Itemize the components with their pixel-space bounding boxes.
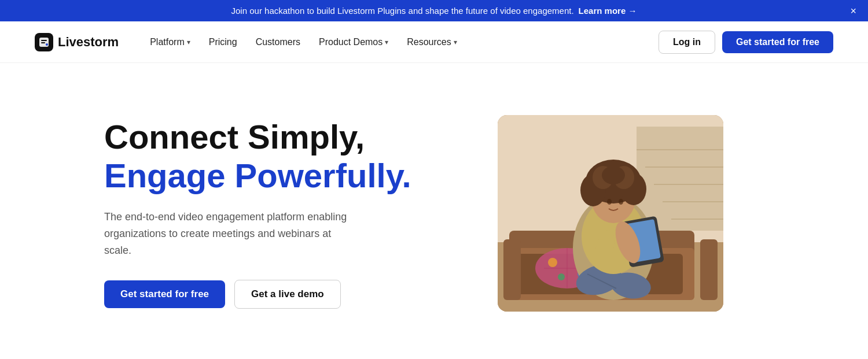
svg-rect-1 bbox=[41, 40, 47, 41]
announcement-banner: Join our hackathon to build Livestorm Pl… bbox=[0, 0, 868, 21]
svg-rect-18 bbox=[700, 239, 718, 300]
hero-title: Connect Simply, Engage Powerfully. bbox=[104, 118, 451, 195]
nav-item-pricing[interactable]: Pricing bbox=[201, 32, 245, 52]
svg-rect-17 bbox=[503, 239, 521, 300]
hero-illustration bbox=[498, 115, 723, 312]
nav-item-resources[interactable]: Resources ▾ bbox=[399, 32, 465, 52]
navbar: Livestorm Platform ▾ Pricing Customers P… bbox=[0, 21, 868, 63]
logo[interactable]: Livestorm bbox=[35, 33, 119, 51]
banner-text: Join our hackathon to build Livestorm Pl… bbox=[231, 6, 574, 16]
platform-chevron-icon: ▾ bbox=[187, 38, 190, 46]
hero-content: Connect Simply, Engage Powerfully. The e… bbox=[104, 118, 451, 309]
hero-live-demo-button[interactable]: Get a live demo bbox=[234, 280, 341, 309]
nav-item-platform[interactable]: Platform ▾ bbox=[142, 32, 198, 52]
banner-learn-more-link[interactable]: Learn more → bbox=[579, 6, 637, 16]
logo-icon bbox=[35, 33, 53, 51]
svg-rect-6 bbox=[637, 127, 723, 231]
nav-get-started-button[interactable]: Get started for free bbox=[722, 31, 833, 53]
svg-point-3 bbox=[46, 43, 48, 46]
hero-image bbox=[498, 115, 723, 312]
svg-point-22 bbox=[548, 258, 557, 267]
hero-get-started-button[interactable]: Get started for free bbox=[104, 280, 225, 308]
svg-point-37 bbox=[607, 199, 612, 205]
nav-actions: Log in Get started for free bbox=[659, 31, 833, 54]
hero-subtitle: The end-to-end video engagement platform… bbox=[104, 209, 359, 258]
banner-close-button[interactable]: × bbox=[850, 6, 856, 16]
logo-text: Livestorm bbox=[58, 35, 119, 50]
hero-section: Connect Simply, Engage Powerfully. The e… bbox=[0, 63, 868, 359]
product-demos-chevron-icon: ▾ bbox=[385, 38, 388, 46]
svg-point-24 bbox=[558, 273, 565, 280]
hero-buttons: Get started for free Get a live demo bbox=[104, 280, 451, 309]
svg-point-36 bbox=[602, 166, 625, 184]
hero-title-blue: Engage Powerfully. bbox=[104, 157, 411, 194]
logo-svg bbox=[38, 36, 50, 48]
nav-item-product-demos[interactable]: Product Demos ▾ bbox=[311, 32, 396, 52]
login-button[interactable]: Log in bbox=[659, 31, 715, 54]
svg-point-38 bbox=[619, 199, 623, 205]
nav-item-customers[interactable]: Customers bbox=[248, 32, 308, 52]
resources-chevron-icon: ▾ bbox=[454, 38, 457, 46]
svg-rect-2 bbox=[41, 42, 45, 43]
nav-links: Platform ▾ Pricing Customers Product Dem… bbox=[142, 32, 659, 52]
